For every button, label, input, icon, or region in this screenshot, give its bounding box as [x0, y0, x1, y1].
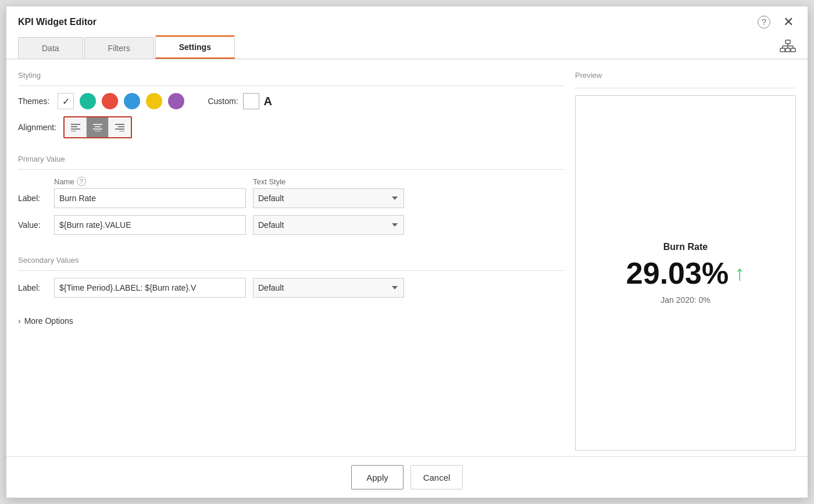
more-options-chevron: ›	[18, 316, 21, 326]
secondary-label-row: Label: Default Bold Italic Bold Italic	[18, 278, 563, 298]
alignment-group	[63, 116, 132, 138]
close-icon: ✕	[783, 15, 794, 29]
help-button[interactable]: ?	[755, 15, 773, 30]
primary-label-label: Label:	[18, 194, 47, 203]
theme-color-yellow[interactable]	[146, 93, 162, 109]
hierarchy-icon[interactable]	[780, 40, 796, 55]
help-icon: ?	[758, 16, 770, 28]
tabs-bar: Data Filters Settings	[6, 35, 808, 59]
dialog-body: Styling Themes: ✓	[6, 59, 808, 456]
primary-value-row: Value: Default Bold Italic Bold Italic	[18, 215, 563, 235]
right-panel: Preview Burn Rate 29.03% ↑ Jan 2020: 0%	[575, 71, 796, 451]
primary-value-title: Primary Value	[18, 155, 563, 163]
preview-box: Burn Rate 29.03% ↑ Jan 2020: 0%	[575, 95, 796, 451]
alignment-row: Alignment:	[18, 116, 563, 138]
primary-value-divider	[18, 169, 563, 170]
header-icons: ? ✕	[755, 15, 796, 30]
theme-color-red[interactable]	[102, 93, 118, 109]
preview-title: Preview	[575, 71, 796, 80]
svg-rect-3	[791, 48, 795, 52]
custom-label: Custom:	[208, 96, 238, 106]
tab-data[interactable]: Data	[18, 37, 83, 59]
styling-divider	[18, 85, 563, 86]
primary-value-input[interactable]	[54, 215, 246, 235]
tab-settings[interactable]: Settings	[155, 35, 235, 59]
theme-color-purple[interactable]	[168, 93, 184, 109]
secondary-label-input[interactable]	[54, 278, 246, 298]
more-options[interactable]: › More Options	[18, 316, 563, 326]
preview-kpi-title: Burn Rate	[663, 242, 708, 252]
tab-filters[interactable]: Filters	[84, 37, 154, 59]
dialog-footer: Apply Cancel	[6, 456, 808, 498]
primary-value-label: Value:	[18, 220, 47, 230]
primary-label-row: Label: Default Bold Italic Bold Italic	[18, 188, 563, 208]
kpi-widget-editor-dialog: KPI Widget Editor ? ✕ Data Filters Setti…	[6, 6, 808, 498]
theme-color-teal[interactable]	[80, 93, 96, 109]
dialog-header: KPI Widget Editor ? ✕	[6, 6, 808, 30]
preview-divider	[575, 88, 796, 88]
dialog-title: KPI Widget Editor	[18, 17, 97, 27]
svg-rect-1	[780, 48, 785, 52]
secondary-label-style-select[interactable]: Default Bold Italic Bold Italic	[253, 278, 404, 298]
col-headers: Name ? Text Style	[54, 177, 563, 186]
secondary-values-title: Secondary Values	[18, 256, 563, 264]
preview-kpi-value: 29.03%	[626, 258, 729, 288]
cancel-button[interactable]: Cancel	[410, 465, 463, 489]
secondary-label-label: Label:	[18, 283, 47, 292]
primary-value-section: Primary Value Name ? Text Style Label:	[18, 155, 563, 242]
col-header-style: Text Style	[253, 177, 404, 186]
close-button[interactable]: ✕	[781, 15, 796, 30]
styling-title: Styling	[18, 71, 563, 80]
custom-section: Custom: A	[208, 93, 272, 109]
name-help-icon[interactable]: ?	[77, 177, 86, 186]
apply-button[interactable]: Apply	[351, 465, 404, 489]
preview-kpi-arrow: ↑	[734, 261, 745, 285]
col-header-name: Name ?	[54, 177, 246, 186]
custom-font-btn[interactable]: A	[264, 95, 272, 108]
themes-row: Themes: ✓ Custom: A	[18, 93, 563, 109]
primary-label-input[interactable]	[54, 188, 246, 208]
theme-color-blue[interactable]	[124, 93, 140, 109]
align-left-btn[interactable]	[65, 117, 87, 137]
custom-color-picker[interactable]	[243, 93, 259, 109]
themes-label: Themes:	[18, 96, 49, 106]
preview-value-row: 29.03% ↑	[626, 258, 745, 288]
theme-check-btn[interactable]: ✓	[58, 93, 74, 109]
secondary-values-divider	[18, 270, 563, 271]
align-center-btn[interactable]	[87, 117, 109, 137]
primary-label-style-select[interactable]: Default Bold Italic Bold Italic	[253, 188, 404, 208]
styling-section: Styling Themes: ✓	[18, 71, 563, 141]
alignment-label: Alignment:	[18, 123, 56, 132]
svg-rect-2	[786, 48, 790, 52]
align-right-btn[interactable]	[109, 117, 131, 137]
secondary-values-section: Secondary Values Label: Default Bold Ita…	[18, 256, 563, 305]
more-options-label: More Options	[24, 316, 73, 326]
left-panel: Styling Themes: ✓	[18, 71, 563, 451]
primary-value-style-select[interactable]: Default Bold Italic Bold Italic	[253, 215, 404, 235]
preview-kpi-sub: Jan 2020: 0%	[661, 295, 711, 305]
svg-rect-0	[786, 40, 790, 44]
